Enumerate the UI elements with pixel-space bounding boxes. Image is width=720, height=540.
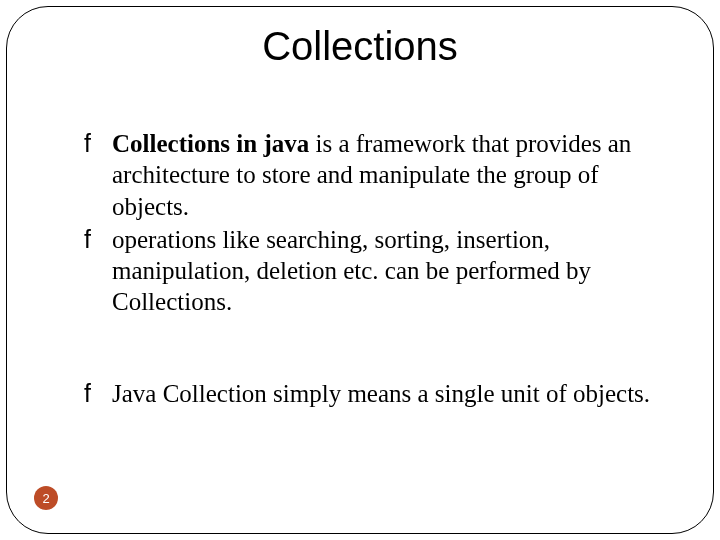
bullet-item: f Java Collection simply means a single … xyxy=(84,378,660,409)
slide: Collections f Collections in java is a f… xyxy=(0,0,720,540)
bullet-text: operations like searching, sorting, inse… xyxy=(112,226,591,316)
page-number: 2 xyxy=(42,491,49,506)
bullet-bold: Collections in java xyxy=(112,130,309,157)
bullet-icon: f xyxy=(84,378,91,409)
bullet-item: f operations like searching, sorting, in… xyxy=(84,224,660,318)
bullet-text: Java Collection simply means a single un… xyxy=(112,380,650,407)
spacer xyxy=(84,320,660,378)
bullet-icon: f xyxy=(84,224,91,255)
bullet-item: f Collections in java is a framework tha… xyxy=(84,128,660,222)
page-number-badge: 2 xyxy=(34,486,58,510)
slide-content: f Collections in java is a framework tha… xyxy=(84,128,660,411)
slide-title: Collections xyxy=(0,24,720,69)
bullet-icon: f xyxy=(84,128,91,159)
